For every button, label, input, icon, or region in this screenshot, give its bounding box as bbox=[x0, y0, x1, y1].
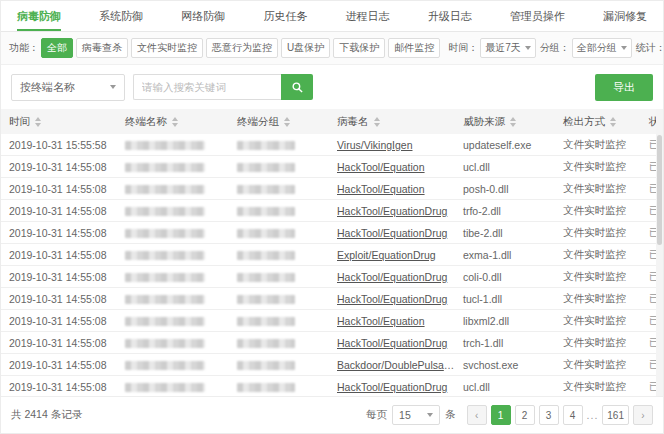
sort-icon[interactable] bbox=[35, 117, 41, 127]
page-button[interactable]: 161 bbox=[602, 405, 629, 425]
cell-terminal-name bbox=[117, 310, 229, 332]
filter-chip[interactable]: 文件实时监控 bbox=[131, 38, 203, 58]
cell-detect-method: 文件实时监控 bbox=[555, 178, 641, 200]
search-box bbox=[133, 74, 313, 100]
nav-tab[interactable]: 漏洞修复 bbox=[603, 1, 647, 31]
filter-chip[interactable]: 邮件监控 bbox=[388, 38, 440, 58]
chevron-down-icon bbox=[525, 46, 531, 50]
sort-up-arrow bbox=[374, 117, 380, 121]
virus-link[interactable]: HackTool/EquationDrug bbox=[337, 293, 447, 305]
sort-down-arrow bbox=[374, 123, 380, 127]
redacted-terminal-group bbox=[237, 317, 295, 326]
virus-link[interactable]: HackTool/EquationDrug bbox=[337, 271, 447, 283]
filter-chip[interactable]: 病毒查杀 bbox=[76, 38, 128, 58]
cell-threat-source: trfo-2.dll bbox=[455, 200, 555, 222]
cell-terminal-name bbox=[117, 266, 229, 288]
cell-time: 2019-10-31 15:55:58 bbox=[1, 134, 117, 156]
sort-down-arrow bbox=[172, 123, 178, 127]
per-page-value: 15 bbox=[399, 409, 411, 421]
filter-chip[interactable]: 全部 bbox=[41, 38, 73, 58]
redacted-terminal-group bbox=[237, 339, 295, 348]
sort-icon[interactable] bbox=[610, 117, 616, 127]
sort-down-arrow bbox=[510, 123, 516, 127]
redacted-terminal-group bbox=[237, 295, 295, 304]
cell-terminal-group bbox=[229, 134, 329, 156]
cell-terminal-group bbox=[229, 288, 329, 310]
nav-tab[interactable]: 历史任务 bbox=[263, 1, 307, 31]
table-row: 2019-10-31 14:55:08HackTool/Equationlibx… bbox=[1, 310, 663, 332]
virus-link[interactable]: HackTool/Equation bbox=[337, 183, 425, 195]
search-field-select[interactable]: 按终端名称 bbox=[11, 74, 125, 101]
filter-chip[interactable]: U盘保护 bbox=[281, 38, 330, 58]
sort-icon[interactable] bbox=[374, 117, 380, 127]
cell-threat-source: tibe-2.dll bbox=[455, 222, 555, 244]
cell-virus-name: HackTool/EquationDrug bbox=[329, 288, 455, 310]
virus-link[interactable]: HackTool/EquationDrug bbox=[337, 227, 447, 239]
per-page-select[interactable]: 15 bbox=[392, 405, 440, 425]
virus-link[interactable]: Virus/VikingIgen bbox=[337, 139, 413, 151]
column-header[interactable]: 终端名称 bbox=[117, 109, 229, 134]
page-button[interactable]: 2 bbox=[515, 405, 535, 425]
page-button[interactable]: 4 bbox=[563, 405, 583, 425]
time-select[interactable]: 最近7天 bbox=[480, 38, 536, 58]
sort-icon[interactable] bbox=[172, 117, 178, 127]
nav-tab[interactable]: 进程日志 bbox=[346, 1, 390, 31]
virus-link[interactable]: HackTool/Equation bbox=[337, 161, 425, 173]
group-select[interactable]: 全部分组 bbox=[572, 38, 632, 58]
search-input[interactable] bbox=[133, 74, 281, 100]
table-header-row: 时间终端名称终端分组病毒名威胁来源检出方式状态 bbox=[1, 109, 663, 134]
nav-tab[interactable]: 系统防御 bbox=[99, 1, 143, 31]
search-button[interactable] bbox=[281, 74, 313, 100]
virus-link[interactable]: HackTool/EquationDrug bbox=[337, 337, 447, 349]
scrollbar-thumb[interactable] bbox=[657, 135, 662, 245]
cell-detect-method: 文件实时监控 bbox=[555, 244, 641, 266]
table-container: 时间终端名称终端分组病毒名威胁来源检出方式状态 2019-10-31 15:55… bbox=[1, 109, 663, 396]
sort-icon[interactable] bbox=[284, 117, 290, 127]
filter-bar: 功能： 全部病毒查杀文件实时监控恶意行为监控U盘保护下载保护邮件监控 时间： 最… bbox=[1, 32, 663, 65]
stat-filter: 统计： 按详情 bbox=[636, 38, 664, 58]
cell-terminal-name bbox=[117, 354, 229, 376]
filter-chip[interactable]: 下载保护 bbox=[333, 38, 385, 58]
cell-terminal-group bbox=[229, 332, 329, 354]
scrollbar[interactable] bbox=[656, 109, 663, 396]
column-header[interactable]: 病毒名 bbox=[329, 109, 455, 134]
cell-threat-source: coli-0.dll bbox=[455, 266, 555, 288]
redacted-terminal-name bbox=[125, 339, 205, 348]
table-row: 2019-10-31 15:55:58Virus/VikingIgenupdat… bbox=[1, 134, 663, 156]
column-header[interactable]: 终端分组 bbox=[229, 109, 329, 134]
page-prev-button[interactable]: ‹ bbox=[467, 405, 487, 425]
virus-link[interactable]: HackTool/EquationDrug bbox=[337, 205, 447, 217]
redacted-terminal-name bbox=[125, 251, 205, 260]
cell-detect-method: 文件实时监控 bbox=[555, 222, 641, 244]
group-select-value: 全部分组 bbox=[577, 41, 617, 55]
cell-threat-source: libxml2.dll bbox=[455, 310, 555, 332]
page-button[interactable]: 1 bbox=[491, 405, 511, 425]
redacted-terminal-group bbox=[237, 141, 295, 150]
pagination-ellipsis: ... bbox=[587, 409, 599, 421]
sort-down-arrow bbox=[284, 123, 290, 127]
page-next-button[interactable]: › bbox=[633, 405, 653, 425]
nav-tab[interactable]: 升级日志 bbox=[428, 1, 472, 31]
virus-link[interactable]: HackTool/Equation bbox=[337, 315, 425, 327]
cell-terminal-name bbox=[117, 288, 229, 310]
nav-tab[interactable]: 病毒防御 bbox=[17, 1, 61, 31]
export-button[interactable]: 导出 bbox=[595, 74, 653, 101]
virus-link[interactable]: HackTool/EquationDrug bbox=[337, 381, 447, 393]
table-row: 2019-10-31 14:55:08HackTool/EquationDrug… bbox=[1, 200, 663, 222]
redacted-terminal-group bbox=[237, 251, 295, 260]
column-header[interactable]: 威胁来源 bbox=[455, 109, 555, 134]
filter-chip[interactable]: 恶意行为监控 bbox=[206, 38, 278, 58]
redacted-terminal-name bbox=[125, 361, 205, 370]
virus-link[interactable]: Backdoor/DoublePulsar.b bbox=[337, 359, 455, 371]
nav-tab[interactable]: 网络防御 bbox=[181, 1, 225, 31]
column-header[interactable]: 检出方式 bbox=[555, 109, 641, 134]
sort-icon[interactable] bbox=[510, 117, 516, 127]
column-label: 终端分组 bbox=[237, 115, 279, 127]
page-button[interactable]: 3 bbox=[539, 405, 559, 425]
nav-tab[interactable]: 管理员操作 bbox=[510, 1, 565, 31]
cell-detect-method: 文件实时监控 bbox=[555, 134, 641, 156]
redacted-terminal-name bbox=[125, 185, 205, 194]
cell-terminal-group bbox=[229, 200, 329, 222]
virus-link[interactable]: Exploit/EquationDrug bbox=[337, 249, 436, 261]
column-header[interactable]: 时间 bbox=[1, 109, 117, 134]
